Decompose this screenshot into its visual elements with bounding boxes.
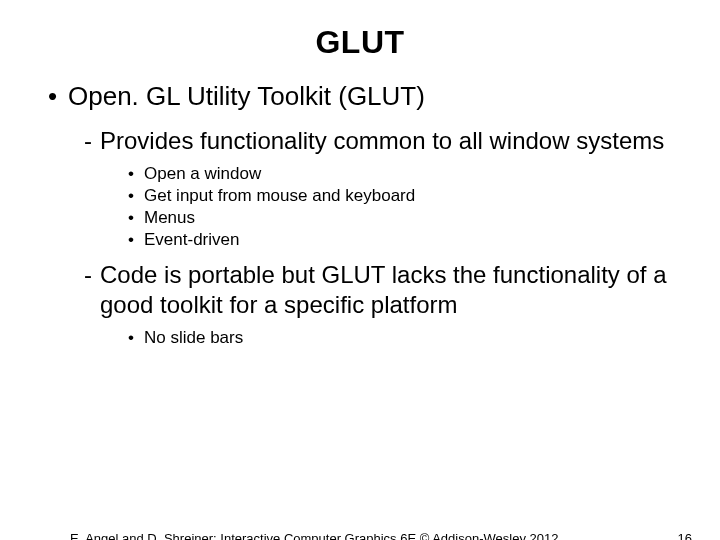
slide-body: • Open. GL Utility Toolkit (GLUT) - Prov… (0, 81, 720, 348)
bullet-lvl2: - Provides functionality common to all w… (84, 126, 672, 156)
slide-title: GLUT (0, 24, 720, 61)
bullet-lvl3-text: Get input from mouse and keyboard (144, 186, 415, 206)
bullet-lvl1-text: Open. GL Utility Toolkit (GLUT) (68, 81, 425, 112)
dash-icon: - (84, 126, 100, 156)
bullet-dot-icon: • (128, 186, 144, 206)
bullet-lvl2: - Code is portable but GLUT lacks the fu… (84, 260, 672, 320)
bullet-dot-icon: • (128, 230, 144, 250)
bullet-lvl3: • Open a window (128, 164, 672, 184)
bullet-lvl2-text: Provides functionality common to all win… (100, 126, 664, 156)
bullet-lvl2-text: Code is portable but GLUT lacks the func… (100, 260, 672, 320)
page-number: 16 (678, 531, 692, 540)
slide-footer: E. Angel and D. Shreiner: Interactive Co… (0, 531, 720, 540)
bullet-dot-icon: • (128, 164, 144, 184)
bullet-dot-icon: • (48, 81, 68, 112)
bullet-dot-icon: • (128, 328, 144, 348)
bullet-lvl3-text: Event-driven (144, 230, 239, 250)
bullet-lvl3-text: No slide bars (144, 328, 243, 348)
bullet-lvl3: • Menus (128, 208, 672, 228)
bullet-lvl3: • Get input from mouse and keyboard (128, 186, 672, 206)
bullet-lvl1: • Open. GL Utility Toolkit (GLUT) (48, 81, 672, 112)
dash-icon: - (84, 260, 100, 320)
bullet-lvl3: • No slide bars (128, 328, 672, 348)
bullet-lvl3: • Event-driven (128, 230, 672, 250)
footer-attribution: E. Angel and D. Shreiner: Interactive Co… (70, 531, 558, 540)
bullet-lvl3-text: Menus (144, 208, 195, 228)
slide: GLUT • Open. GL Utility Toolkit (GLUT) -… (0, 24, 720, 540)
bullet-dot-icon: • (128, 208, 144, 228)
bullet-lvl3-text: Open a window (144, 164, 261, 184)
